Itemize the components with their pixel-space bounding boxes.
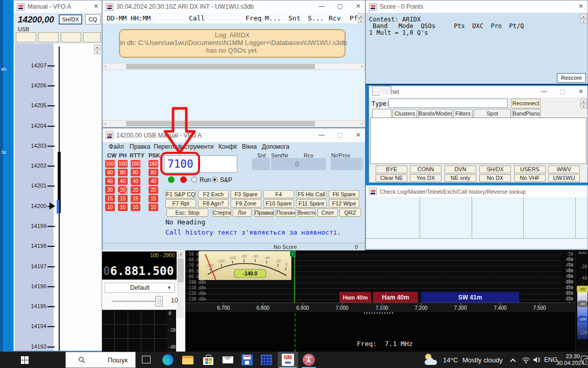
search-box[interactable]: Пошук	[65, 352, 136, 368]
telnet-no-vhf-button[interactable]: No VHF	[514, 174, 546, 182]
bandmap-field[interactable]	[38, 32, 59, 42]
band-button[interactable]: 40	[131, 177, 140, 185]
log-column-header[interactable]: Rcv	[329, 14, 340, 22]
sdr-left-scrollbar[interactable]: ∧	[177, 251, 184, 318]
log-column-header[interactable]: Call	[189, 14, 205, 22]
sdr-taskbar-slot[interactable]	[299, 352, 318, 368]
tab-bands-modes[interactable]: Bands/Modes	[418, 109, 452, 118]
frequency-scale[interactable]: 6.700 6.800 6.900 7.000 7.100 7.200 7.30…	[185, 303, 575, 312]
telnet-conn-button[interactable]: CONN	[410, 166, 442, 173]
telnet-ne-only-button[interactable]: NE only	[445, 174, 476, 182]
f5-button[interactable]: F5 His Call	[296, 190, 327, 198]
band-button[interactable]: 15	[149, 195, 158, 202]
store-icon[interactable]	[203, 355, 213, 365]
menu-config[interactable]: Конфіг	[218, 143, 237, 150]
telnet-spinner[interactable]: ▲▼	[580, 99, 587, 109]
menu-windows[interactable]: Вікна	[242, 143, 257, 150]
run-radio[interactable]	[191, 177, 197, 182]
speaker-icon[interactable]	[533, 356, 541, 363]
spectrum-marker-flag[interactable]: 1	[290, 251, 296, 257]
log-button[interactable]: Лог	[233, 209, 252, 217]
level-auto-label[interactable]: Auto	[576, 250, 588, 255]
run-radio-label[interactable]: Run	[200, 176, 211, 183]
wifi-icon[interactable]	[522, 357, 530, 363]
close-icon[interactable]: ✕	[91, 3, 101, 10]
check-titlebar[interactable]: NM Check Log/Master/Telnet/Exch/Call his…	[366, 186, 587, 198]
close-icon[interactable]: ✕	[576, 88, 585, 95]
start-button[interactable]	[12, 352, 37, 368]
rescore-button[interactable]: Rescore	[557, 73, 586, 83]
f7-button[interactable]: F7 Rpt Exch	[165, 199, 196, 208]
spot-button[interactable]: Спот	[317, 209, 338, 217]
score-spinner[interactable]: ▲▼	[580, 14, 587, 24]
menu-view[interactable]: Перегляд	[154, 143, 181, 150]
band-button[interactable]: 160	[118, 160, 128, 168]
bandmap-map[interactable]: 14207 14206 14205 14204 14203 14202 1420…	[14, 43, 102, 351]
scroll-up-icon[interactable]: ∧	[178, 251, 184, 258]
drag-handle-dots[interactable]	[364, 312, 395, 314]
sp-radio[interactable]	[212, 177, 217, 182]
level-chip[interactable]: -80	[577, 301, 587, 307]
sentnr-field[interactable]: 0	[271, 158, 302, 170]
mail-icon[interactable]	[223, 356, 233, 363]
sdr-volume-slider[interactable]	[112, 301, 159, 302]
scroll-left-icon[interactable]: ‹	[105, 63, 106, 69]
bandmap-field[interactable]	[16, 32, 36, 42]
f12-button[interactable]: F12 Wipe	[329, 199, 359, 208]
telnet-yes-dx-button[interactable]: Yes DX	[410, 174, 442, 182]
band-button[interactable]: 20	[105, 186, 115, 194]
esc-stop-button[interactable]: Esc: Stop	[166, 209, 208, 217]
telnet-wwv-button[interactable]: WWV	[548, 166, 580, 173]
band-button[interactable]: 40	[105, 177, 115, 185]
f8-button[interactable]: F8 Agn?	[198, 199, 229, 208]
f1-button[interactable]: F1 S&P CQ	[165, 190, 196, 198]
band-button[interactable]: 15	[105, 195, 115, 202]
menu-help[interactable]: Допомога	[262, 143, 289, 150]
band-button[interactable]: 80	[118, 169, 128, 176]
rcv-field[interactable]	[301, 158, 326, 170]
bandmap-field[interactable]	[61, 32, 81, 42]
band-button[interactable]: 20	[131, 186, 140, 194]
scroll-right-icon[interactable]: ›	[361, 121, 363, 126]
minimize-icon[interactable]: —	[317, 131, 326, 139]
wipe-button[interactable]: Стерти	[212, 209, 231, 217]
clock[interactable]: 23:30 30.04.2024	[556, 353, 580, 366]
telnet-dvn-button[interactable]: DVN	[445, 166, 476, 173]
telnet-no-dx-button[interactable]: No DX	[479, 174, 511, 182]
band-button[interactable]: 10	[149, 203, 158, 211]
spreadsheet-icon[interactable]	[261, 355, 272, 365]
log-column-header[interactable]: DD-MM HH:MM	[107, 14, 151, 22]
telnet-type-input[interactable]	[388, 99, 508, 108]
callsign-input[interactable]: 7100	[164, 155, 237, 173]
minimize-icon[interactable]: —	[540, 88, 549, 95]
scrollbar-thumb[interactable]	[178, 259, 184, 282]
band-button[interactable]: 40	[149, 177, 158, 185]
mark-button[interactable]: Познач	[276, 209, 296, 217]
band-button[interactable]: 15	[131, 195, 140, 202]
sdr-volume-slider-thumb[interactable]	[155, 296, 163, 307]
tab-blank[interactable]	[372, 86, 391, 95]
log-column-header[interactable]: M...	[265, 14, 281, 22]
level-chip[interactable]: -100	[577, 316, 587, 323]
telnet-users-button[interactable]: USERS	[514, 166, 546, 173]
f3-button[interactable]: F3 Spare	[231, 190, 261, 198]
band-button[interactable]: 160	[149, 160, 158, 168]
floppy-save-icon[interactable]	[241, 354, 253, 365]
log-hscrollbar[interactable]: ‹ ›	[103, 63, 365, 70]
f10-button[interactable]: F10 Spare	[263, 199, 294, 208]
band-button[interactable]: 40	[118, 177, 128, 185]
menu-file[interactable]: Файл	[109, 143, 124, 150]
tab-spot-comment[interactable]: Spot Comment	[474, 109, 511, 118]
menu-edit[interactable]: Правка	[130, 143, 151, 150]
log-column-header[interactable]: S...	[308, 14, 324, 22]
bandmap-spinner[interactable]: ▲▼	[94, 44, 101, 55]
qrz-button[interactable]: QRZ	[339, 209, 361, 217]
sdr-profile-dropdown[interactable]: Default ▼	[105, 283, 175, 293]
f11-button[interactable]: F11 Spare	[296, 199, 327, 208]
reconnect-button[interactable]: Reconnect	[511, 99, 541, 108]
band-button[interactable]: 160	[105, 160, 115, 168]
scroll-left-icon[interactable]: ‹	[105, 121, 106, 126]
scroll-right-icon[interactable]: ›	[361, 63, 363, 69]
tray-chevron-icon[interactable]	[510, 358, 516, 364]
close-icon[interactable]: ✕	[354, 131, 363, 139]
